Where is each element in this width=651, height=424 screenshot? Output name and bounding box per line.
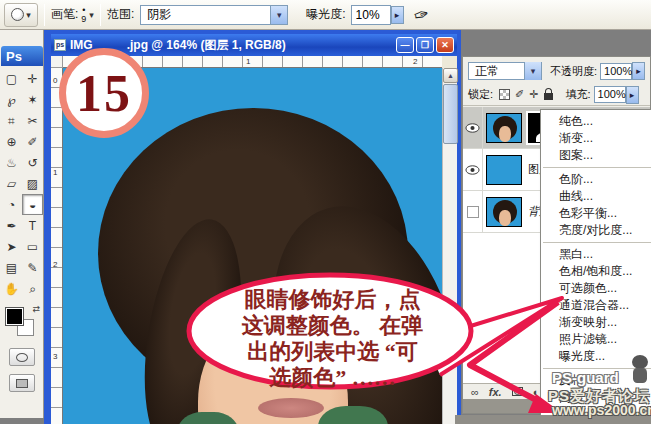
menu-item-brightness-contrast[interactable]: 亮度/对比度... xyxy=(541,222,651,239)
eyedropper-tool[interactable]: ✎ xyxy=(22,257,43,278)
pen-tool[interactable]: ✒ xyxy=(1,215,22,236)
crop-tool[interactable]: ⌗ xyxy=(1,110,22,131)
watermark: PS-guard PS爱好者论坛 www.ps2000.cn xyxy=(548,355,651,417)
annotation-line: 选颜色” …… xyxy=(210,365,455,391)
menu-item-solid-color[interactable]: 纯色... xyxy=(541,113,651,130)
ruler-corner xyxy=(51,56,63,68)
slice-tool[interactable]: ✂ xyxy=(22,110,43,131)
ruler-mark: 3 xyxy=(53,352,57,361)
scrollbar-thumb[interactable] xyxy=(443,84,458,144)
toolbox-palette: Ps ▢ ✛ ℘ ✶ ⌗ ✂ ⊕ ✐ ♨ ↺ ▱ ▨ ◔ ◒ ✒ T ➤ ▭ ▤… xyxy=(0,30,44,418)
opacity-label: 不透明度: xyxy=(550,64,597,79)
options-bar: ▾ 画笔: • 9 ▾ 范围: 阴影 ▾ 曝光度: ▸ ✑ xyxy=(0,0,651,30)
shape-tool[interactable]: ▭ xyxy=(22,236,43,257)
visibility-toggle[interactable] xyxy=(463,107,483,149)
tool-preset-button[interactable]: ▾ xyxy=(4,3,38,27)
opacity-spinner[interactable]: ▸ xyxy=(632,62,645,80)
visibility-toggle[interactable] xyxy=(463,149,483,191)
brush-preview[interactable]: • 9 xyxy=(81,6,86,24)
ruler-mark: 2 xyxy=(413,57,417,66)
maximize-button[interactable]: ❐ xyxy=(416,37,434,53)
chevron-down-icon[interactable]: ▾ xyxy=(524,62,541,80)
watermark-guard-text: PS-guard xyxy=(552,369,619,386)
eraser-tool[interactable]: ▱ xyxy=(1,173,22,194)
window-buttons: — ❐ ✕ xyxy=(396,37,457,53)
menu-separator xyxy=(543,167,651,168)
chevron-down-icon: ▾ xyxy=(26,10,31,20)
annotation-text: 眼睛修饰好后，点 这调整颜色。 在弹 出的列表中选 “可 选颜色” …… xyxy=(210,287,455,391)
menu-item-pattern[interactable]: 图案... xyxy=(541,147,651,164)
range-label: 范围: xyxy=(107,6,134,23)
tool-grid: ▢ ✛ ℘ ✶ ⌗ ✂ ⊕ ✐ ♨ ↺ ▱ ▨ ◔ ◒ ✒ T ➤ ▭ ▤ ✎ … xyxy=(1,68,43,299)
menu-item-curves[interactable]: 曲线... xyxy=(541,188,651,205)
step-number-badge: 15 xyxy=(59,48,149,138)
brush-label: 画笔: xyxy=(51,6,78,23)
range-select[interactable]: 阴影 ▾ xyxy=(140,5,288,25)
color-swatches: ⇄ xyxy=(4,306,40,340)
lock-row: 锁定: ✐ ✛ 填充: 100% ▸ xyxy=(463,84,650,106)
airbrush-icon[interactable]: ✑ xyxy=(411,2,431,27)
menu-item-levels[interactable]: 色阶... xyxy=(541,171,651,188)
opacity-value[interactable]: 100% xyxy=(600,63,632,80)
blend-mode-row: 正常 ▾ 不透明度: 100% ▸ xyxy=(463,60,650,82)
exposure-label: 曝光度: xyxy=(306,6,345,23)
menu-item-color-balance[interactable]: 色彩平衡... xyxy=(541,205,651,222)
brush-size-value: 9 xyxy=(81,15,86,24)
blend-mode-value: 正常 xyxy=(469,63,524,80)
lasso-tool[interactable]: ℘ xyxy=(1,89,22,110)
lock-paint-icon[interactable]: ✐ xyxy=(515,88,524,101)
menu-separator xyxy=(543,242,651,243)
history-brush-tool[interactable]: ↺ xyxy=(22,152,43,173)
path-selection-tool[interactable]: ➤ xyxy=(1,236,22,257)
ruler-mark: 1 xyxy=(53,168,57,177)
exposure-spinner[interactable]: ▸ xyxy=(391,6,404,24)
zoom-tool[interactable]: ⌕ xyxy=(22,278,43,299)
minimize-button[interactable]: — xyxy=(396,37,414,53)
photoshop-logo: Ps xyxy=(1,46,43,66)
foreground-color-swatch[interactable] xyxy=(6,308,23,325)
hand-tool[interactable]: ✋ xyxy=(1,278,22,299)
lock-transparency-icon[interactable] xyxy=(499,89,510,100)
notes-tool[interactable]: ▤ xyxy=(1,257,22,278)
rectangular-marquee-tool[interactable]: ▢ xyxy=(1,68,22,89)
layer-thumbnail[interactable] xyxy=(486,197,522,227)
ruler-mark: 0 xyxy=(53,76,57,85)
lock-position-icon[interactable]: ✛ xyxy=(529,88,538,101)
menu-item-gradient[interactable]: 渐变... xyxy=(541,130,651,147)
toolbar-separator xyxy=(44,4,45,26)
magic-wand-tool[interactable]: ✶ xyxy=(22,89,43,110)
toolbar-separator xyxy=(100,4,101,26)
brush-tool[interactable]: ✐ xyxy=(22,131,43,152)
annotation-line: 这调整颜色。 在弹 xyxy=(210,313,455,339)
clone-stamp-tool[interactable]: ♨ xyxy=(1,152,22,173)
type-tool[interactable]: T xyxy=(22,215,43,236)
screen-mode-icon xyxy=(16,379,28,388)
quick-mask-button[interactable] xyxy=(9,348,35,366)
swap-colors-icon[interactable]: ⇄ xyxy=(32,304,40,314)
healing-brush-tool[interactable]: ⊕ xyxy=(1,131,22,152)
close-button[interactable]: ✕ xyxy=(436,37,454,53)
screen-mode-button[interactable] xyxy=(9,374,35,392)
exposure-input[interactable] xyxy=(351,5,391,25)
blend-mode-select[interactable]: 正常 ▾ xyxy=(468,62,542,80)
chevron-down-icon[interactable]: ▾ xyxy=(270,6,287,24)
annotation-line: 眼睛修饰好后，点 xyxy=(210,287,455,313)
lock-all-icon[interactable] xyxy=(544,93,553,100)
layer-thumbnail[interactable] xyxy=(486,155,522,185)
brush-dropdown-icon[interactable]: ▾ xyxy=(89,10,94,20)
move-tool[interactable]: ✛ xyxy=(22,68,43,89)
fill-value[interactable]: 100% xyxy=(594,86,626,103)
ruler-mark: 1 xyxy=(246,57,250,66)
range-value: 阴影 xyxy=(141,6,270,23)
eye-empty-box[interactable] xyxy=(467,206,479,218)
visibility-toggle[interactable] xyxy=(463,191,483,233)
ruler-mark: 2 xyxy=(53,260,57,269)
vertical-ruler: 0 1 2 3 xyxy=(51,68,63,424)
dodge-tool[interactable]: ◒ xyxy=(22,194,43,215)
layer-thumbnail[interactable] xyxy=(486,113,522,143)
fill-spinner[interactable]: ▸ xyxy=(626,86,639,104)
gradient-tool[interactable]: ▨ xyxy=(22,173,43,194)
scroll-up-icon[interactable]: ▲ xyxy=(443,68,458,83)
blur-tool[interactable]: ◔ xyxy=(1,194,22,215)
fill-label: 填充: xyxy=(566,87,591,102)
